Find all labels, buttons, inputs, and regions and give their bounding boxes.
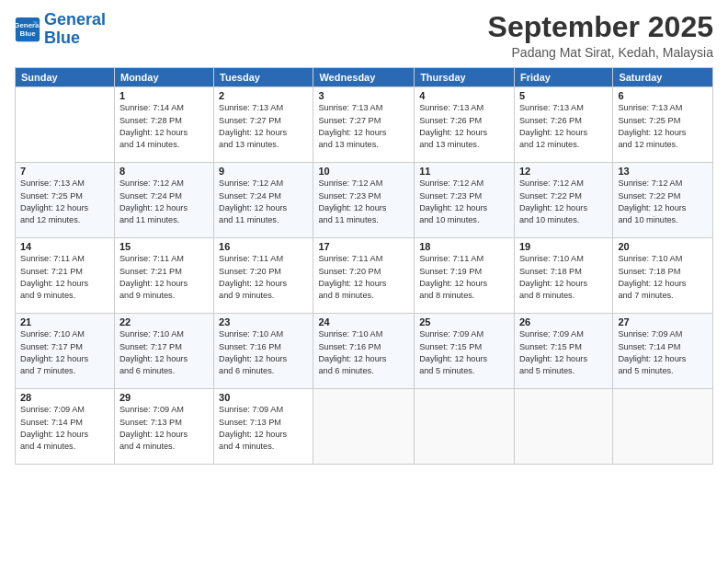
calendar-cell: 28Sunrise: 7:09 AM Sunset: 7:14 PM Dayli… [16, 389, 115, 465]
day-number: 18 [419, 241, 509, 252]
day-number: 20 [618, 241, 708, 252]
calendar-cell: 30Sunrise: 7:09 AM Sunset: 7:13 PM Dayli… [214, 389, 313, 465]
calendar-cell: 27Sunrise: 7:09 AM Sunset: 7:14 PM Dayli… [613, 314, 713, 389]
calendar-cell: 20Sunrise: 7:10 AM Sunset: 7:18 PM Dayli… [613, 238, 713, 314]
day-info: Sunrise: 7:10 AM Sunset: 7:17 PM Dayligh… [119, 328, 209, 377]
calendar-cell: 25Sunrise: 7:09 AM Sunset: 7:15 PM Dayli… [415, 314, 515, 389]
day-info: Sunrise: 7:09 AM Sunset: 7:14 PM Dayligh… [20, 404, 109, 453]
calendar-cell: 11Sunrise: 7:12 AM Sunset: 7:23 PM Dayli… [415, 163, 515, 238]
logo: General Blue General Blue [15, 11, 106, 48]
calendar-cell: 8Sunrise: 7:12 AM Sunset: 7:24 PM Daylig… [114, 163, 213, 238]
day-number: 21 [20, 316, 109, 327]
day-info: Sunrise: 7:14 AM Sunset: 7:28 PM Dayligh… [119, 102, 209, 151]
day-info: Sunrise: 7:13 AM Sunset: 7:25 PM Dayligh… [618, 102, 708, 151]
day-number: 27 [618, 316, 708, 327]
day-number: 16 [219, 241, 308, 252]
calendar-week-3: 14Sunrise: 7:11 AM Sunset: 7:21 PM Dayli… [16, 238, 713, 314]
day-number: 1 [119, 90, 209, 101]
day-number: 12 [519, 166, 608, 177]
weekday-header-tuesday: Tuesday [214, 68, 313, 87]
day-info: Sunrise: 7:11 AM Sunset: 7:21 PM Dayligh… [20, 253, 109, 302]
day-number: 5 [519, 90, 608, 101]
calendar-cell: 19Sunrise: 7:10 AM Sunset: 7:18 PM Dayli… [514, 238, 612, 314]
day-number: 26 [519, 316, 608, 327]
month-title: September 2025 [488, 11, 713, 43]
calendar-header-row: SundayMondayTuesdayWednesdayThursdayFrid… [16, 68, 713, 87]
calendar-cell: 21Sunrise: 7:10 AM Sunset: 7:17 PM Dayli… [16, 314, 115, 389]
calendar-cell: 4Sunrise: 7:13 AM Sunset: 7:26 PM Daylig… [415, 87, 515, 163]
day-info: Sunrise: 7:12 AM Sunset: 7:24 PM Dayligh… [119, 178, 209, 226]
calendar-cell: 14Sunrise: 7:11 AM Sunset: 7:21 PM Dayli… [16, 238, 115, 314]
calendar-cell: 24Sunrise: 7:10 AM Sunset: 7:16 PM Dayli… [313, 314, 415, 389]
day-number: 11 [419, 166, 509, 177]
day-info: Sunrise: 7:11 AM Sunset: 7:20 PM Dayligh… [318, 253, 409, 302]
day-info: Sunrise: 7:10 AM Sunset: 7:16 PM Dayligh… [219, 328, 308, 377]
day-number: 28 [20, 392, 109, 403]
calendar-cell: 13Sunrise: 7:12 AM Sunset: 7:22 PM Dayli… [613, 163, 713, 238]
day-info: Sunrise: 7:12 AM Sunset: 7:23 PM Dayligh… [318, 178, 409, 226]
day-number: 13 [618, 166, 708, 177]
day-info: Sunrise: 7:12 AM Sunset: 7:24 PM Dayligh… [219, 178, 308, 226]
day-number: 10 [318, 166, 409, 177]
location-subtitle: Padang Mat Sirat, Kedah, Malaysia [488, 45, 713, 60]
calendar-cell: 1Sunrise: 7:14 AM Sunset: 7:28 PM Daylig… [114, 87, 213, 163]
day-info: Sunrise: 7:09 AM Sunset: 7:15 PM Dayligh… [419, 328, 509, 377]
day-number: 14 [20, 241, 109, 252]
calendar-week-4: 21Sunrise: 7:10 AM Sunset: 7:17 PM Dayli… [16, 314, 713, 389]
svg-text:Blue: Blue [19, 29, 36, 38]
calendar-cell: 29Sunrise: 7:09 AM Sunset: 7:13 PM Dayli… [114, 389, 213, 465]
day-number: 30 [219, 392, 308, 403]
weekday-header-wednesday: Wednesday [313, 68, 415, 87]
day-info: Sunrise: 7:13 AM Sunset: 7:27 PM Dayligh… [318, 102, 409, 151]
day-number: 3 [318, 90, 409, 101]
calendar-cell: 7Sunrise: 7:13 AM Sunset: 7:25 PM Daylig… [16, 163, 115, 238]
day-info: Sunrise: 7:13 AM Sunset: 7:26 PM Dayligh… [419, 102, 509, 151]
calendar-cell: 3Sunrise: 7:13 AM Sunset: 7:27 PM Daylig… [313, 87, 415, 163]
calendar-table: SundayMondayTuesdayWednesdayThursdayFrid… [15, 67, 713, 465]
calendar-cell: 9Sunrise: 7:12 AM Sunset: 7:24 PM Daylig… [214, 163, 313, 238]
calendar-week-1: 1Sunrise: 7:14 AM Sunset: 7:28 PM Daylig… [16, 87, 713, 163]
day-info: Sunrise: 7:09 AM Sunset: 7:13 PM Dayligh… [119, 404, 209, 453]
day-info: Sunrise: 7:13 AM Sunset: 7:25 PM Dayligh… [20, 178, 109, 226]
header: General Blue General Blue September 2025… [15, 11, 713, 60]
weekday-header-monday: Monday [114, 68, 213, 87]
day-info: Sunrise: 7:11 AM Sunset: 7:20 PM Dayligh… [219, 253, 308, 302]
day-info: Sunrise: 7:09 AM Sunset: 7:14 PM Dayligh… [618, 328, 708, 377]
day-info: Sunrise: 7:13 AM Sunset: 7:26 PM Dayligh… [519, 102, 608, 151]
day-number: 19 [519, 241, 608, 252]
day-number: 17 [318, 241, 409, 252]
day-info: Sunrise: 7:13 AM Sunset: 7:27 PM Dayligh… [219, 102, 308, 151]
day-info: Sunrise: 7:10 AM Sunset: 7:16 PM Dayligh… [318, 328, 409, 377]
day-info: Sunrise: 7:10 AM Sunset: 7:18 PM Dayligh… [519, 253, 608, 302]
day-number: 7 [20, 166, 109, 177]
calendar-cell: 18Sunrise: 7:11 AM Sunset: 7:19 PM Dayli… [415, 238, 515, 314]
day-number: 29 [119, 392, 209, 403]
day-info: Sunrise: 7:12 AM Sunset: 7:23 PM Dayligh… [419, 178, 509, 226]
day-number: 6 [618, 90, 708, 101]
logo-icon: General Blue [15, 17, 40, 42]
day-number: 2 [219, 90, 308, 101]
day-info: Sunrise: 7:09 AM Sunset: 7:13 PM Dayligh… [219, 404, 308, 453]
day-number: 22 [119, 316, 209, 327]
calendar-cell [613, 389, 713, 465]
day-info: Sunrise: 7:11 AM Sunset: 7:21 PM Dayligh… [119, 253, 209, 302]
calendar-cell [415, 389, 515, 465]
calendar-cell [313, 389, 415, 465]
calendar-cell: 10Sunrise: 7:12 AM Sunset: 7:23 PM Dayli… [313, 163, 415, 238]
day-number: 25 [419, 316, 509, 327]
calendar-cell: 15Sunrise: 7:11 AM Sunset: 7:21 PM Dayli… [114, 238, 213, 314]
day-number: 8 [119, 166, 209, 177]
weekday-header-friday: Friday [514, 68, 612, 87]
day-number: 9 [219, 166, 308, 177]
calendar-week-2: 7Sunrise: 7:13 AM Sunset: 7:25 PM Daylig… [16, 163, 713, 238]
calendar-cell [514, 389, 612, 465]
calendar-cell: 2Sunrise: 7:13 AM Sunset: 7:27 PM Daylig… [214, 87, 313, 163]
weekday-header-sunday: Sunday [16, 68, 115, 87]
day-info: Sunrise: 7:11 AM Sunset: 7:19 PM Dayligh… [419, 253, 509, 302]
weekday-header-thursday: Thursday [415, 68, 515, 87]
day-number: 24 [318, 316, 409, 327]
day-number: 4 [419, 90, 509, 101]
calendar-cell: 16Sunrise: 7:11 AM Sunset: 7:20 PM Dayli… [214, 238, 313, 314]
logo-text-2: Blue [44, 29, 106, 48]
day-info: Sunrise: 7:10 AM Sunset: 7:17 PM Dayligh… [20, 328, 109, 377]
